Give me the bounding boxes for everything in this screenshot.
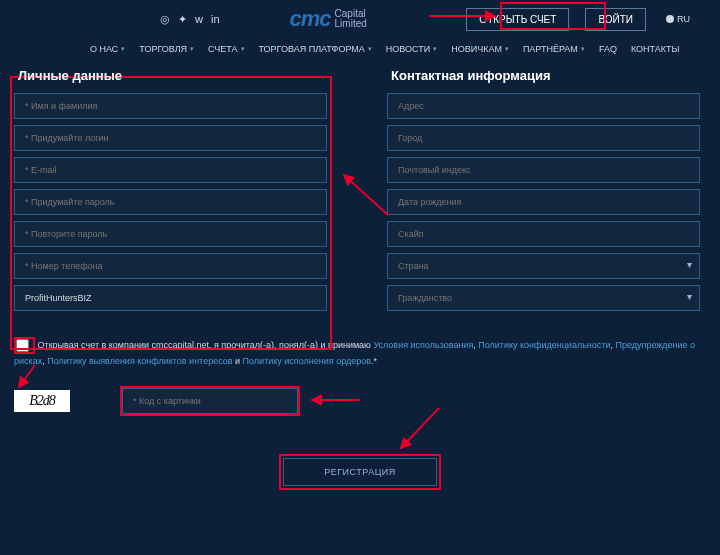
open-account-button[interactable]: ОТКРЫТЬ СЧЕТ: [466, 8, 569, 31]
skype-field[interactable]: [387, 221, 700, 247]
chevron-down-icon: ▾: [505, 45, 509, 53]
consent-checkbox[interactable]: [16, 339, 29, 352]
orders-link[interactable]: Политику исполнения ордеров: [243, 356, 371, 366]
personal-column: Личные данные: [14, 68, 327, 317]
email-field[interactable]: [14, 157, 327, 183]
contact-title: Контактная информация: [387, 68, 700, 83]
nav-trade[interactable]: ТОРГОВЛЯ▾: [139, 44, 194, 54]
password-field[interactable]: [14, 189, 327, 215]
captcha-input[interactable]: [122, 388, 298, 414]
vk-icon[interactable]: w: [195, 13, 203, 26]
login-button[interactable]: ВОЙТИ: [585, 8, 646, 31]
captcha-row: B2d8: [0, 378, 720, 424]
submit-row: РЕГИСТРАЦИЯ: [0, 424, 720, 500]
chevron-down-icon: ▾: [190, 45, 194, 53]
city-field[interactable]: [387, 125, 700, 151]
chevron-down-icon: ▾: [368, 45, 372, 53]
citizenship-select[interactable]: [387, 285, 700, 311]
chevron-down-icon: ▾: [241, 45, 245, 53]
nav-platform[interactable]: ТОРГОВАЯ ПЛАТФОРМА▾: [259, 44, 372, 54]
nav-newbies[interactable]: НОВИЧКАМ▾: [451, 44, 509, 54]
logo-text: Capital Limited: [335, 9, 367, 29]
logo-mark: cmc: [290, 6, 331, 32]
instagram-icon[interactable]: ◎: [160, 13, 170, 26]
annotation-arrow: [306, 394, 366, 408]
login-field[interactable]: [14, 125, 327, 151]
consent-row: Открывая счет в компании cmccapital.net,…: [0, 317, 720, 378]
country-select[interactable]: [387, 253, 700, 279]
password2-field[interactable]: [14, 221, 327, 247]
form-content: Личные данные Контактная информация: [0, 64, 720, 317]
nav-partners[interactable]: ПАРТНЁРАМ▾: [523, 44, 585, 54]
terms-link[interactable]: Условия использования: [373, 340, 473, 350]
main-nav: О НАС▾ ТОРГОВЛЯ▾ СЧЕТА▾ ТОРГОВАЯ ПЛАТФОР…: [0, 36, 720, 64]
register-button[interactable]: РЕГИСТРАЦИЯ: [283, 458, 437, 486]
conflict-link[interactable]: Политику выявления конфликтов интересов: [47, 356, 232, 366]
nav-contacts[interactable]: КОНТАКТЫ: [631, 44, 680, 54]
dob-field[interactable]: [387, 189, 700, 215]
personal-title: Личные данные: [14, 68, 327, 83]
name-field[interactable]: [14, 93, 327, 119]
phone-field[interactable]: [14, 253, 327, 279]
nav-news[interactable]: НОВОСТИ▾: [386, 44, 437, 54]
linkedin-icon[interactable]: in: [211, 13, 220, 26]
privacy-link[interactable]: Политику конфиденциальности: [478, 340, 610, 350]
logo[interactable]: cmc Capital Limited: [290, 6, 367, 32]
annotation-captcha-highlight: [120, 386, 300, 416]
social-icons: ◎ ✦ w in: [160, 13, 220, 26]
chevron-down-icon: ▾: [581, 45, 585, 53]
globe-icon: [666, 15, 674, 23]
annotation-checkbox-highlight: [14, 337, 35, 354]
nav-accounts[interactable]: СЧЕТА▾: [208, 44, 244, 54]
twitter-icon[interactable]: ✦: [178, 13, 187, 26]
chevron-down-icon: ▾: [433, 45, 437, 53]
topbar: ◎ ✦ w in cmc Capital Limited ОТКРЫТЬ СЧЕ…: [0, 0, 720, 36]
captcha-image: B2d8: [14, 390, 70, 412]
nav-faq[interactable]: FAQ: [599, 44, 617, 54]
language-selector[interactable]: RU: [666, 14, 690, 24]
contact-column: Контактная информация: [387, 68, 700, 317]
annotation-submit-highlight: РЕГИСТРАЦИЯ: [279, 454, 441, 490]
referral-field[interactable]: [14, 285, 327, 311]
nav-about[interactable]: О НАС▾: [90, 44, 125, 54]
consent-text: Открывая счет в компании cmccapital.net,…: [38, 340, 374, 350]
address-field[interactable]: [387, 93, 700, 119]
zip-field[interactable]: [387, 157, 700, 183]
chevron-down-icon: ▾: [121, 45, 125, 53]
